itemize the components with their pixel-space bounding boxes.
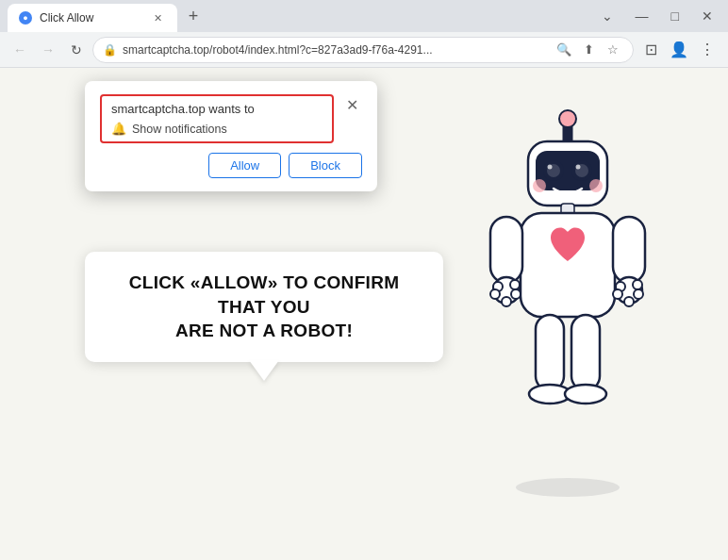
speech-bubble-container: CLICK «ALLOW» TO CONFIRM THAT YOU ARE NO…	[85, 252, 443, 362]
svg-rect-31	[571, 315, 600, 390]
url-text: smartcaptcha.top/robot4/index.html?c=827…	[123, 43, 548, 57]
svg-point-27	[634, 289, 643, 299]
bubble-text-line2: ARE NOT A ROBOT!	[108, 319, 421, 343]
toolbar-right: ⊡ 👤 ⋮	[637, 37, 720, 63]
window-controls: ⌄ — □ ✕	[594, 7, 720, 25]
allow-button[interactable]: Allow	[208, 153, 281, 178]
svg-point-12	[589, 179, 603, 192]
split-screen-button[interactable]: ⊡	[637, 37, 664, 63]
tab-favicon: ●	[19, 11, 32, 25]
bookmark-icon[interactable]: ☆	[603, 40, 623, 60]
show-notifications-text: Show notifications	[132, 123, 227, 136]
popup-close-button[interactable]: ✕	[341, 94, 362, 115]
svg-rect-29	[536, 315, 564, 390]
svg-point-10	[576, 165, 581, 170]
svg-point-26	[624, 297, 634, 306]
popup-title-box: smartcaptcha.top wants to 🔔 Show notific…	[100, 94, 334, 143]
svg-point-0	[516, 478, 620, 497]
page-content: smartcaptcha.top wants to 🔔 Show notific…	[0, 68, 728, 560]
close-window-button[interactable]: ✕	[694, 7, 720, 25]
svg-point-7	[548, 165, 553, 170]
popup-title: smartcaptcha.top wants to	[111, 102, 323, 116]
minimize-button[interactable]: —	[628, 7, 656, 25]
tab-close-button[interactable]: ✕	[149, 9, 166, 26]
popup-notification-row: 🔔 Show notifications	[111, 122, 323, 136]
popup-header: smartcaptcha.top wants to 🔔 Show notific…	[100, 94, 362, 143]
address-field[interactable]: 🔒 smartcaptcha.top/robot4/index.html?c=8…	[92, 37, 634, 63]
svg-point-21	[510, 280, 520, 289]
new-tab-button[interactable]: +	[181, 4, 206, 28]
back-button[interactable]: ←	[8, 38, 32, 62]
svg-rect-15	[490, 217, 522, 283]
browser-tab[interactable]: ● Click Allow ✕	[8, 4, 177, 32]
svg-point-19	[502, 297, 511, 306]
maximize-button[interactable]: □	[664, 7, 687, 25]
addressbar: ← → ↻ 🔒 smartcaptcha.top/robot4/index.ht…	[0, 32, 728, 68]
svg-point-20	[511, 289, 521, 299]
svg-point-18	[490, 289, 500, 299]
svg-rect-14	[521, 213, 615, 317]
address-action-icons: 🔍 ⬆ ☆	[554, 40, 623, 60]
block-button[interactable]: Block	[289, 153, 362, 178]
tab-title: Click Allow	[40, 11, 141, 25]
lock-icon: 🔒	[103, 43, 117, 57]
menu-button[interactable]: ⋮	[694, 37, 720, 63]
svg-point-2	[559, 110, 576, 127]
share-icon[interactable]: ⬆	[578, 40, 599, 60]
speech-bubble-tail	[249, 360, 279, 381]
forward-button[interactable]: →	[36, 38, 60, 62]
svg-point-11	[533, 179, 546, 192]
robot-character	[464, 106, 690, 502]
bell-icon: 🔔	[111, 122, 126, 136]
svg-point-28	[633, 280, 642, 289]
popup-buttons: Allow Block	[100, 153, 362, 178]
chevron-down-icon[interactable]: ⌄	[594, 7, 620, 25]
svg-point-25	[613, 289, 622, 299]
bubble-text-line1: CLICK «ALLOW» TO CONFIRM THAT YOU	[108, 271, 421, 319]
refresh-button[interactable]: ↻	[64, 38, 89, 62]
svg-rect-22	[613, 217, 645, 283]
search-icon[interactable]: 🔍	[554, 40, 574, 60]
account-button[interactable]: 👤	[666, 37, 692, 63]
notification-popup: smartcaptcha.top wants to 🔔 Show notific…	[85, 81, 377, 191]
svg-point-32	[565, 385, 606, 404]
titlebar: ● Click Allow ✕ + ⌄ — □ ✕	[0, 0, 728, 32]
